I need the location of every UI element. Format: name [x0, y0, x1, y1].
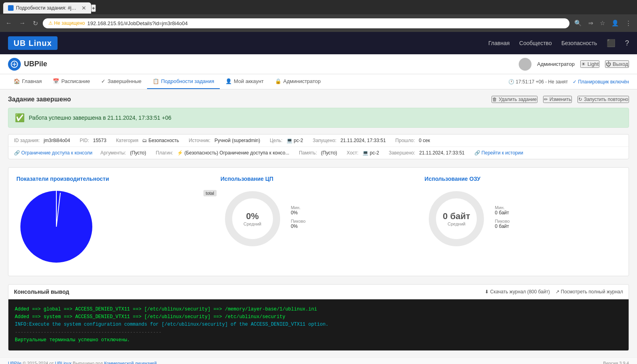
performance-pie-chart: [16, 187, 96, 267]
console-header: Консольный вывод ⬇ Скачать журнал (800 б…: [8, 285, 629, 299]
console-actions: ⬇ Скачать журнал (800 байт) ↗ Посмотреть…: [485, 289, 623, 295]
new-tab-button[interactable]: +: [91, 4, 96, 12]
tab-admin[interactable]: 🔒 Администратор: [269, 74, 326, 89]
ram-min-value: 0 байт: [495, 210, 510, 216]
app-logo-icon: [8, 58, 21, 71]
tab-nav-left: 🏠 Главная 📅 Расписание ✓ Завершённые 📋 П…: [8, 74, 326, 89]
id-value: jm3r8i84o04: [44, 138, 70, 143]
refresh-button[interactable]: ↻: [30, 18, 40, 29]
ram-title: Использование ОЗУ: [424, 176, 621, 182]
tab-my-account[interactable]: 👤 Мой аккаунт: [220, 74, 269, 89]
app-name: UBPile: [24, 60, 47, 68]
console-line-4: ----------------------------------------…: [15, 329, 622, 336]
plugin-value: ⚡ (Безопасность) Ограничение доступа к к…: [177, 150, 289, 156]
history-link[interactable]: 🔗 Перейти к истории: [474, 150, 524, 156]
insecure-icon: ⚠ Не защищено: [48, 20, 85, 26]
success-check-icon: ✅: [15, 113, 25, 123]
ubpile-footer-link[interactable]: UBPile: [8, 361, 22, 364]
cpu-usage: Использование ЦП 0% Средний Мин. 0%: [221, 176, 417, 268]
nav-security-link[interactable]: Безопасность: [561, 40, 597, 46]
edit-icon: ✏: [544, 97, 548, 102]
tab-home[interactable]: 🏠 Главная: [8, 74, 47, 89]
restart-job-button[interactable]: ↻ Запустить повторно: [577, 96, 629, 103]
tab-job-details[interactable]: 📋 Подробности задания: [147, 74, 220, 89]
console-access-link[interactable]: 🔗 Ограничение доступа к консоли: [14, 150, 92, 156]
ublinux-footer-link[interactable]: UBLinux: [55, 361, 72, 364]
main-content: Задание завершено 🗑 Удалить задание ✏ Из…: [0, 89, 637, 357]
top-nav: UB Linux Главная Сообщество Безопасность…: [0, 32, 637, 54]
light-icon: ☀: [581, 61, 586, 67]
license-footer-link[interactable]: Коммерческой лицензией: [104, 361, 157, 364]
nav-home-link[interactable]: Главная: [488, 40, 510, 46]
status-time: 🕐 17:51:17 +06 - Не занят: [508, 79, 568, 85]
admin-tab-label: Администратор: [283, 78, 321, 84]
search-icon[interactable]: 🔍: [572, 18, 584, 28]
ram-usage: Использование ОЗУ 0 байт Средний Мин. 0 …: [424, 176, 621, 268]
console-section: Консольный вывод ⬇ Скачать журнал (800 б…: [8, 284, 629, 351]
elapsed-value: 0 сек: [419, 138, 430, 143]
page-footer: UBPile © 2015-2024 от UBLinux Выпущено п…: [0, 357, 637, 364]
ram-value: 0 байт: [443, 211, 470, 222]
browser-chrome: Подробности задания: #jm3r8i... ✕ + ← → …: [0, 0, 637, 32]
args-label: Аргументы:: [100, 150, 126, 156]
edit-job-button[interactable]: ✏ Изменить: [543, 96, 572, 103]
light-mode-button[interactable]: ☀ Light: [580, 60, 599, 68]
download-log-button[interactable]: ⬇ Скачать журнал (800 байт): [485, 289, 550, 295]
delete-label: Удалить задание: [499, 97, 537, 102]
cpu-donut-chart: 0% Средний: [221, 187, 285, 251]
id-label: ID задания:: [14, 138, 40, 143]
scheduler-link[interactable]: ✓ Планировщик включён: [573, 79, 629, 85]
forward-button[interactable]: →: [17, 18, 28, 28]
browser-tab[interactable]: Подробности задания: #jm3r8i... ✕: [3, 2, 91, 14]
ram-stats: Мин. 0 байт Пиково 0 байт: [495, 205, 510, 232]
home-tab-icon: 🏠: [14, 78, 20, 84]
header-right: Администратор ☀ Light ⏻ Выход: [519, 58, 629, 71]
ub-linux-logo: UB Linux: [8, 39, 58, 48]
cast-icon[interactable]: ⇒: [586, 18, 596, 28]
job-info-table: ID задания: jm3r8i84o04 PID: 15573 Катег…: [8, 134, 629, 159]
delete-job-button[interactable]: 🗑 Удалить задание: [492, 96, 537, 103]
nav-cube-icon[interactable]: ⬛: [607, 39, 615, 47]
edit-label: Изменить: [549, 97, 571, 102]
category-label: Категория: [116, 138, 138, 143]
cpu-min-label: Мин.: [291, 205, 306, 210]
nav-help-icon[interactable]: ?: [625, 39, 629, 47]
success-banner: ✅ Работа успешно завершена в 21.11.2024,…: [8, 108, 629, 128]
home-tab-label: Главная: [22, 78, 42, 84]
logout-label: Выход: [613, 61, 628, 67]
app-logo: UBPile: [8, 58, 47, 71]
avatar: [519, 58, 531, 71]
source-value: Ручной (superadmin): [215, 138, 260, 143]
restart-icon: ↻: [578, 97, 582, 102]
ram-peak-value: 0 байт: [495, 224, 510, 229]
secondary-header: UBPile Администратор ☀ Light ⏻ Выход: [0, 54, 637, 74]
started-label: Запущено:: [313, 138, 336, 143]
back-button[interactable]: ←: [3, 18, 14, 28]
nav-community-link[interactable]: Сообщество: [519, 40, 551, 46]
menu-icon[interactable]: ⋮: [623, 18, 634, 28]
schedule-tab-icon: 📅: [53, 78, 59, 84]
my-account-tab-icon: 👤: [225, 78, 232, 84]
job-actions: 🗑 Удалить задание ✏ Изменить ↻ Запустить…: [492, 96, 629, 103]
job-info-row-2: 🔗 Ограничение доступа к консоли Аргумент…: [8, 147, 629, 159]
address-bar[interactable]: ⚠ Не защищено 192.168.215.91/#JobDetails…: [43, 18, 569, 28]
completed-label: Завершено:: [389, 150, 415, 156]
version-label: Версия 3.9.4: [603, 361, 629, 364]
tab-completed[interactable]: ✓ Завершённые: [96, 74, 147, 89]
cpu-peak-value: 0%: [291, 224, 306, 229]
cpu-avg-label: Средний: [243, 222, 261, 226]
completed-value: 21.11.2024, 17:33:51: [419, 150, 464, 156]
console-line-2: Added ==> system ==> ACCESS_DENIED_VTX11…: [15, 313, 622, 321]
console-line-5: Виртуальные терминалы успешно отключены.: [15, 336, 622, 344]
profile-icon[interactable]: 👤: [609, 18, 621, 28]
view-full-log-button[interactable]: ↗ Посмотреть полный журнал: [555, 289, 623, 295]
job-details-tab-icon: 📋: [153, 78, 159, 84]
bookmark-icon[interactable]: ☆: [597, 18, 607, 28]
plugin-label: Плагин:: [156, 150, 173, 156]
console-line-3: INFO:Execute the system configuration co…: [15, 321, 622, 328]
tab-schedule[interactable]: 📅 Расписание: [47, 74, 96, 89]
tab-close-icon[interactable]: ✕: [82, 5, 86, 11]
footer-text: UBPile © 2015-2024 от UBLinux Выпущено п…: [8, 361, 158, 364]
logout-button[interactable]: ⏻ Выход: [605, 60, 629, 68]
job-details-tab-label: Подробности задания: [161, 78, 214, 84]
